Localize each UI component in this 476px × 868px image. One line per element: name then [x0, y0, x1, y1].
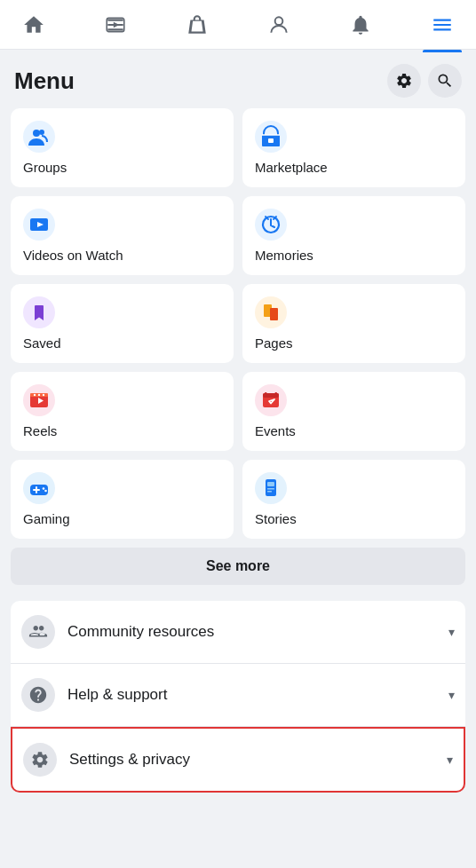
marketplace-icon	[255, 121, 287, 153]
settings-button[interactable]	[387, 64, 421, 98]
see-more-button[interactable]: See more	[11, 548, 465, 585]
sections-list: Community resources ▾ Help & support ▾ S…	[11, 601, 465, 793]
community-resources-chevron: ▾	[448, 625, 455, 639]
svg-rect-41	[267, 488, 274, 490]
settings-privacy-chevron: ▾	[447, 753, 453, 767]
svg-rect-42	[267, 491, 272, 493]
section-help-support[interactable]: Help & support ▾	[11, 664, 465, 727]
svg-rect-29	[275, 392, 278, 396]
gaming-label: Gaming	[23, 511, 221, 526]
menu-card-memories[interactable]: Memories	[242, 196, 465, 275]
videos-icon	[23, 209, 55, 241]
header-icons	[387, 64, 462, 98]
svg-rect-8	[268, 138, 274, 143]
top-nav	[0, 0, 476, 50]
svg-rect-39	[266, 479, 276, 496]
menu-card-reels[interactable]: Reels	[11, 372, 234, 451]
menu-card-pages[interactable]: Pages	[242, 284, 465, 363]
pages-icon	[255, 296, 287, 328]
nav-watch[interactable]	[96, 5, 135, 44]
nav-notifications[interactable]	[341, 5, 380, 44]
svg-point-4	[33, 130, 40, 137]
svg-point-23	[38, 394, 40, 396]
reels-icon	[23, 384, 55, 416]
svg-point-2	[275, 17, 283, 25]
nav-profile[interactable]	[259, 5, 298, 44]
svg-point-36	[43, 487, 45, 490]
reels-label: Reels	[23, 423, 221, 438]
community-resources-icon	[21, 615, 55, 649]
nav-marketplace[interactable]	[178, 5, 217, 44]
svg-point-37	[44, 490, 47, 493]
saved-icon	[23, 296, 55, 328]
marketplace-label: Marketplace	[255, 160, 453, 175]
nav-home[interactable]	[14, 5, 53, 44]
svg-rect-17	[270, 308, 278, 320]
section-community-resources[interactable]: Community resources ▾	[11, 601, 465, 664]
help-support-label: Help & support	[67, 686, 448, 704]
settings-privacy-icon	[23, 743, 57, 777]
svg-rect-40	[267, 482, 274, 486]
menu-card-events[interactable]: Events	[242, 372, 465, 451]
page-content: Menu	[0, 50, 476, 810]
svg-point-3	[23, 121, 55, 153]
groups-label: Groups	[23, 160, 221, 175]
svg-point-5	[39, 130, 44, 135]
svg-point-24	[43, 394, 44, 396]
svg-marker-1	[114, 21, 119, 28]
stories-label: Stories	[255, 511, 453, 526]
pages-label: Pages	[255, 335, 453, 351]
menu-card-gaming[interactable]: Gaming	[11, 460, 234, 539]
memories-icon	[255, 209, 287, 241]
community-resources-label: Community resources	[67, 623, 448, 641]
svg-point-22	[34, 394, 36, 396]
events-label: Events	[255, 423, 453, 438]
events-icon	[255, 384, 287, 416]
help-support-chevron: ▾	[448, 688, 455, 702]
section-settings-privacy[interactable]: Settings & privacy ▾	[11, 727, 465, 793]
memories-label: Memories	[255, 248, 453, 263]
menu-card-marketplace[interactable]: Marketplace	[242, 108, 465, 187]
videos-label: Videos on Watch	[23, 248, 221, 263]
search-button[interactable]	[428, 64, 462, 98]
menu-card-groups[interactable]: Groups	[11, 108, 234, 187]
page-title: Menu	[14, 67, 75, 95]
nav-menu[interactable]	[423, 5, 462, 44]
menu-card-stories[interactable]: Stories	[242, 460, 465, 539]
settings-privacy-label: Settings & privacy	[69, 751, 447, 769]
menu-grid: Groups Marketplace	[11, 108, 465, 539]
groups-icon	[23, 121, 55, 153]
menu-header: Menu	[11, 50, 465, 108]
menu-card-videos-on-watch[interactable]: Videos on Watch	[11, 196, 234, 275]
menu-card-saved[interactable]: Saved	[11, 284, 234, 363]
help-support-icon	[21, 678, 55, 712]
gaming-icon	[23, 472, 55, 504]
stories-icon	[255, 472, 287, 504]
saved-label: Saved	[23, 335, 221, 351]
svg-rect-28	[265, 392, 267, 396]
active-indicator	[423, 50, 462, 52]
